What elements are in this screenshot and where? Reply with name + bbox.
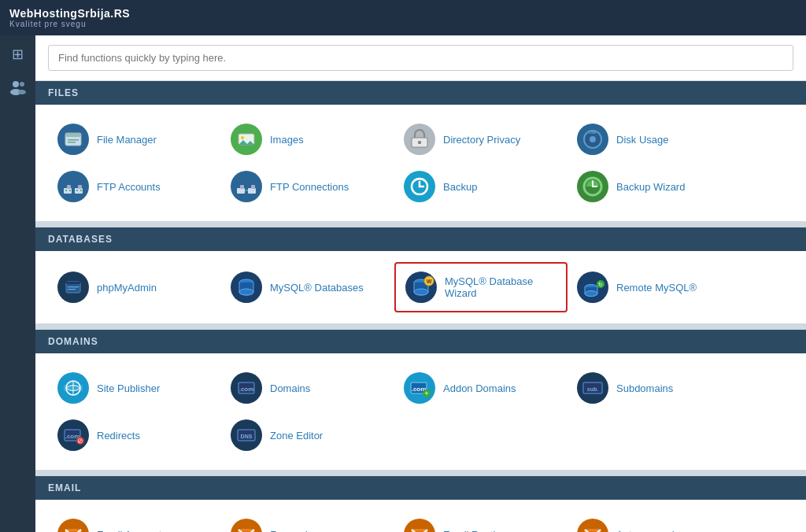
svg-point-11 bbox=[241, 136, 244, 139]
forwarders-icon bbox=[231, 519, 262, 532]
ftp-accounts-label: FTP Accounts bbox=[97, 181, 161, 193]
section-databases: DATABASESphpMyAdminMySQL® DatabasesWMySQ… bbox=[35, 227, 806, 323]
brand-name: WebHostingSrbija.RS bbox=[9, 7, 130, 20]
file-manager-icon bbox=[57, 124, 89, 155]
subdomains-label: Subdomains bbox=[616, 382, 673, 394]
svg-text:.com: .com bbox=[239, 386, 254, 393]
backup-label: Backup bbox=[443, 181, 477, 193]
svg-text:sub.: sub. bbox=[587, 386, 598, 392]
section-email: EMAILEmail AccountsForwardersEmail Routi… bbox=[35, 476, 806, 532]
email-accounts-label: Email Accounts bbox=[97, 529, 167, 533]
zone-editor-label: Zone Editor bbox=[270, 430, 323, 441]
item-backup-wizard[interactable]: Backup Wizard bbox=[568, 163, 741, 210]
email-routing-label: Email Routing bbox=[443, 529, 507, 533]
svg-point-28 bbox=[231, 171, 262, 202]
section-body-files: File ManagerImagesDirectory PrivacyDiskD… bbox=[35, 105, 806, 221]
domains-label: Domains bbox=[270, 382, 310, 394]
email-accounts-icon bbox=[57, 519, 89, 532]
section-body-domains: Site Publisher.comDomains.com+Addon Doma… bbox=[35, 353, 806, 470]
subdomains-icon: sub. bbox=[577, 372, 608, 404]
item-mysql-databases[interactable]: MySQL® Databases bbox=[221, 262, 394, 312]
users-icon[interactable] bbox=[7, 76, 29, 98]
redirects-label: Redirects bbox=[97, 430, 140, 441]
content-area: FILESFile ManagerImagesDirectory Privacy… bbox=[35, 35, 806, 532]
disk-usage-label: Disk Usage bbox=[616, 134, 668, 146]
mysql-database-wizard-icon: W bbox=[405, 272, 437, 303]
item-email-accounts[interactable]: Email Accounts bbox=[48, 511, 221, 532]
forwarders-label: Forwarders bbox=[270, 529, 322, 533]
images-icon bbox=[231, 124, 262, 155]
svg-rect-8 bbox=[68, 142, 76, 143]
search-bar bbox=[35, 35, 806, 81]
item-domains[interactable]: .comDomains bbox=[221, 364, 394, 412]
email-routing-icon bbox=[404, 519, 435, 532]
item-autoresponders[interactable]: AUTOAutoresponders bbox=[568, 511, 741, 532]
svg-point-48 bbox=[414, 289, 428, 295]
svg-point-3 bbox=[18, 90, 26, 94]
grid-icon[interactable]: ⊞ bbox=[7, 43, 29, 65]
item-redirects[interactable]: .com⊘Redirects bbox=[48, 412, 221, 459]
brand-sub: Kvalitet pre svegu bbox=[9, 20, 87, 28]
item-email-routing[interactable]: Email Routing bbox=[394, 511, 568, 532]
main-layout: ⊞ FILESFile ManagerImagesDirectory Priva… bbox=[0, 35, 806, 532]
redirects-icon: .com⊘ bbox=[57, 419, 89, 451]
ftp-connections-icon bbox=[231, 171, 262, 202]
svg-point-26 bbox=[76, 190, 78, 191]
zone-editor-icon: DNS bbox=[231, 419, 262, 451]
item-subdomains[interactable]: sub.Subdomains bbox=[568, 364, 741, 412]
mysql-databases-label: MySQL® Databases bbox=[270, 282, 364, 294]
item-disk-usage[interactable]: DiskDisk Usage bbox=[568, 116, 741, 163]
phpmyadmin-label: phpMyAdmin bbox=[97, 282, 157, 294]
item-ftp-connections[interactable]: FTP Connections bbox=[221, 163, 394, 210]
section-header-email: EMAIL bbox=[35, 476, 806, 500]
item-mysql-database-wizard[interactable]: WMySQL® Database Wizard bbox=[394, 262, 568, 312]
section-header-files: FILES bbox=[35, 81, 806, 105]
section-header-databases: DATABASES bbox=[35, 227, 806, 251]
item-phpmyadmin[interactable]: phpMyAdmin bbox=[48, 262, 221, 312]
svg-rect-29 bbox=[237, 188, 245, 194]
svg-point-53 bbox=[585, 291, 597, 297]
backup-wizard-icon bbox=[577, 171, 608, 202]
backup-wizard-label: Backup Wizard bbox=[616, 181, 685, 193]
addon-domains-label: Addon Domains bbox=[443, 382, 516, 394]
svg-rect-42 bbox=[68, 289, 76, 290]
svg-rect-30 bbox=[240, 185, 244, 189]
section-header-domains: DOMAINS bbox=[35, 330, 806, 353]
item-remote-mysql[interactable]: ↻Remote MySQL® bbox=[568, 262, 741, 312]
item-file-manager[interactable]: File Manager bbox=[48, 116, 221, 163]
item-backup[interactable]: Backup bbox=[394, 163, 568, 210]
item-ftp-accounts[interactable]: FTP Accounts bbox=[48, 163, 221, 210]
ftp-connections-label: FTP Connections bbox=[270, 181, 349, 193]
svg-rect-41 bbox=[68, 286, 79, 287]
topbar: WebHostingSrbija.RS Kvalitet pre svegu bbox=[0, 0, 806, 35]
brand: WebHostingSrbija.RS Kvalitet pre svegu bbox=[9, 7, 130, 28]
item-images[interactable]: Images bbox=[221, 116, 394, 163]
svg-text:+: + bbox=[424, 390, 428, 397]
svg-point-45 bbox=[239, 289, 253, 295]
svg-rect-21 bbox=[67, 185, 71, 189]
mysql-database-wizard-label: MySQL® Database Wizard bbox=[445, 275, 556, 299]
svg-rect-14 bbox=[418, 141, 421, 144]
svg-point-19 bbox=[57, 171, 89, 202]
section-files: FILESFile ManagerImagesDirectory Privacy… bbox=[35, 81, 806, 221]
item-forwarders[interactable]: Forwarders bbox=[221, 511, 394, 532]
svg-rect-7 bbox=[68, 139, 79, 141]
autoresponders-icon: AUTO bbox=[577, 519, 608, 532]
directory-privacy-icon bbox=[404, 124, 435, 155]
domains-icon: .com bbox=[231, 372, 262, 404]
item-zone-editor[interactable]: DNSZone Editor bbox=[221, 412, 394, 459]
item-site-publisher[interactable]: Site Publisher bbox=[48, 364, 221, 412]
file-manager-label: File Manager bbox=[97, 134, 157, 146]
svg-point-23 bbox=[69, 190, 71, 191]
svg-point-27 bbox=[80, 190, 82, 191]
item-addon-domains[interactable]: .com+Addon Domains bbox=[394, 364, 568, 412]
svg-rect-6 bbox=[65, 133, 81, 137]
search-input[interactable] bbox=[48, 45, 793, 71]
item-directory-privacy[interactable]: Directory Privacy bbox=[394, 116, 568, 163]
remote-mysql-label: Remote MySQL® bbox=[616, 282, 697, 294]
svg-rect-40 bbox=[66, 282, 80, 284]
addon-domains-icon: .com+ bbox=[404, 372, 435, 404]
svg-point-22 bbox=[65, 190, 67, 191]
site-publisher-label: Site Publisher bbox=[97, 382, 160, 394]
svg-rect-32 bbox=[251, 185, 255, 189]
